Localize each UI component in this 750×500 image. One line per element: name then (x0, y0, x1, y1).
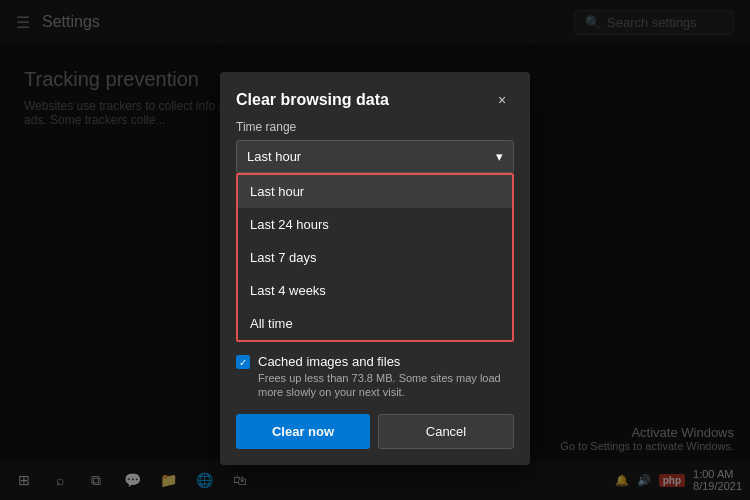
dropdown-option-last-hour[interactable]: Last hour (238, 175, 512, 208)
checkbox-row: ✓ Cached images and files Frees up less … (236, 354, 514, 400)
dialog-header: Clear browsing data × (220, 72, 530, 120)
dropdown-list: Last hour Last 24 hours Last 7 days Last… (236, 173, 514, 342)
time-range-label: Time range (236, 120, 514, 134)
close-button[interactable]: × (490, 88, 514, 112)
chevron-down-icon: ▾ (496, 149, 503, 164)
dropdown-option-last-4-weeks[interactable]: Last 4 weeks (238, 274, 512, 307)
dropdown-selected-value: Last hour (247, 149, 301, 164)
checkbox-text-wrap: Cached images and files Frees up less th… (258, 354, 514, 400)
dropdown-option-last-24-hours[interactable]: Last 24 hours (238, 208, 512, 241)
dropdown-option-all-time[interactable]: All time (238, 307, 512, 340)
dialog-body: Time range Last hour ▾ Last hour Last 24… (220, 120, 530, 465)
cancel-button[interactable]: Cancel (378, 414, 514, 449)
checkbox-label: Cached images and files (258, 354, 514, 369)
dropdown-option-last-7-days[interactable]: Last 7 days (238, 241, 512, 274)
clear-browsing-data-dialog: Clear browsing data × Time range Last ho… (220, 72, 530, 465)
checkbox-desc: Frees up less than 73.8 MB. Some sites m… (258, 371, 514, 400)
dialog-title: Clear browsing data (236, 91, 389, 109)
clear-now-button[interactable]: Clear now (236, 414, 370, 449)
buttons-row: Clear now Cancel (236, 414, 514, 449)
checkbox-check-icon: ✓ (239, 357, 247, 368)
cached-images-checkbox[interactable]: ✓ (236, 355, 250, 369)
time-range-dropdown[interactable]: Last hour ▾ (236, 140, 514, 173)
